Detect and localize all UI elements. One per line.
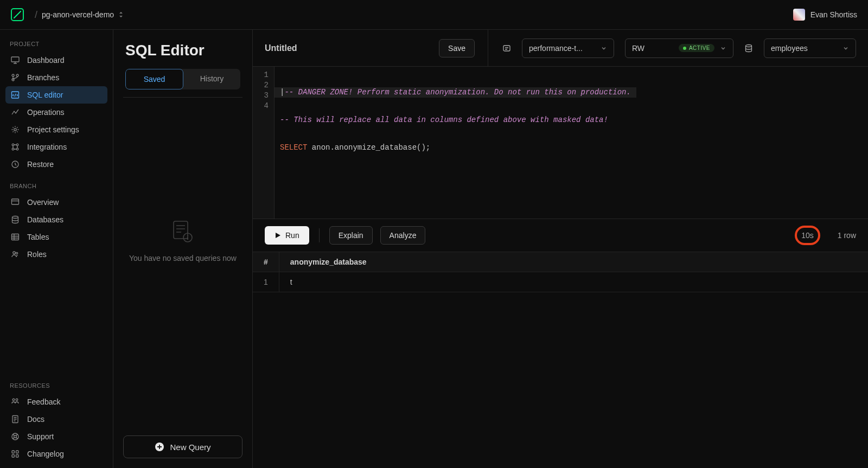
sidebar-item-roles[interactable]: Roles (5, 246, 107, 263)
code-area[interactable]: |-- DANGER ZONE! Perform static anonymiz… (275, 67, 636, 219)
sidebar-item-project-settings[interactable]: Project settings (5, 121, 107, 138)
overview-icon (11, 198, 20, 207)
sidebar-item-branches[interactable]: Branches (5, 69, 107, 86)
empty-icon (169, 218, 196, 245)
svg-point-17 (16, 399, 18, 401)
sidebar-item-label: Integrations (27, 143, 67, 151)
tab-saved[interactable]: Saved (125, 69, 183, 89)
query-timing: 10s (795, 226, 820, 245)
queries-panel: SQL Editor Saved History You have no sav… (113, 30, 253, 468)
project-name[interactable]: pg-anon-vercel-demo (42, 10, 114, 19)
explain-button[interactable]: Explain (329, 226, 373, 245)
branch-icon (11, 73, 20, 82)
play-icon (275, 232, 281, 239)
sidebar-item-label: Changelog (27, 450, 64, 458)
svg-point-16 (12, 399, 15, 401)
roles-icon (11, 250, 20, 259)
section-label-branch: BRANCH (10, 183, 107, 189)
svg-point-1 (12, 74, 14, 76)
code-icon (11, 91, 20, 99)
status-badge: ACTIVE (679, 44, 714, 52)
file-title: Untitled (265, 43, 297, 53)
branch-selected: performance-t... (529, 44, 595, 53)
svg-point-19 (12, 433, 18, 440)
svg-point-2 (16, 74, 18, 76)
database-icon (11, 215, 20, 224)
row-count: 1 row (838, 231, 856, 240)
svg-rect-23 (12, 455, 15, 458)
editor-header: Untitled Save performance-t... RW ACTIVE (253, 30, 868, 67)
sidebar-item-changelog[interactable]: Changelog (5, 445, 107, 463)
new-query-button[interactable]: New Query (123, 435, 242, 458)
save-button[interactable]: Save (439, 39, 475, 57)
database-icon (744, 44, 753, 53)
mode-dropdown[interactable]: RW ACTIVE (625, 39, 733, 58)
svg-point-9 (16, 148, 18, 150)
operations-icon (11, 108, 20, 117)
branch-dropdown[interactable]: performance-t... (522, 39, 614, 58)
svg-rect-25 (174, 221, 188, 239)
table-icon (11, 233, 20, 241)
svg-rect-11 (12, 199, 19, 204)
username: Evan Shortiss (810, 10, 857, 19)
svg-rect-21 (12, 451, 15, 453)
analyze-button[interactable]: Analyze (380, 226, 426, 245)
section-label-project: PROJECT (10, 41, 107, 47)
sidebar-item-databases[interactable]: Databases (5, 211, 107, 228)
sidebar-item-label: Branches (27, 73, 59, 82)
sidebar-item-dashboard[interactable]: Dashboard (5, 52, 107, 69)
gear-icon (11, 125, 20, 134)
results-table: # anonymize_database 1 t (253, 252, 868, 468)
svg-rect-28 (503, 46, 510, 51)
monitor-icon (11, 56, 20, 65)
branch-icon (502, 44, 511, 53)
tab-history[interactable]: History (183, 69, 240, 89)
sidebar-item-label: Operations (27, 108, 64, 117)
avatar[interactable] (793, 9, 805, 21)
project-switch-icon[interactable] (118, 11, 124, 18)
database-dropdown[interactable]: employees (764, 39, 856, 58)
sidebar-item-sql-editor[interactable]: SQL editor (5, 86, 107, 104)
chevron-down-icon (601, 45, 607, 52)
table-row: 1 t (253, 272, 868, 292)
panel-title: SQL Editor (113, 30, 252, 69)
svg-rect-24 (16, 455, 19, 458)
sidebar: PROJECT Dashboard Branches SQL editor Op… (0, 30, 113, 468)
run-button[interactable]: Run (265, 226, 309, 245)
svg-point-15 (16, 252, 17, 254)
code-editor[interactable]: 1234 |-- DANGER ZONE! Perform static ano… (253, 67, 868, 219)
section-label-resources: RESOURCES (10, 382, 107, 389)
sidebar-item-label: Roles (27, 250, 47, 259)
sidebar-item-integrations[interactable]: Integrations (5, 138, 107, 156)
changelog-icon (11, 450, 20, 458)
main: Untitled Save performance-t... RW ACTIVE (253, 30, 868, 468)
run-label: Run (285, 231, 299, 240)
chevron-down-icon (720, 45, 726, 52)
restore-icon (11, 160, 20, 169)
database-selected: employees (771, 44, 808, 53)
sidebar-item-tables[interactable]: Tables (5, 228, 107, 246)
cell-index: 1 (253, 272, 279, 292)
svg-rect-22 (16, 451, 19, 453)
svg-point-12 (12, 216, 18, 219)
svg-point-29 (746, 44, 752, 47)
sidebar-item-label: Tables (27, 233, 49, 241)
col-header: anonymize_database (279, 252, 868, 272)
mode-label: RW (632, 44, 644, 53)
sidebar-item-overview[interactable]: Overview (5, 194, 107, 211)
sidebar-item-restore[interactable]: Restore (5, 156, 107, 173)
queries-tabs: Saved History (125, 69, 240, 89)
new-query-label: New Query (170, 443, 210, 452)
chevron-down-icon (843, 45, 849, 52)
sidebar-item-label: Restore (27, 160, 54, 169)
sidebar-item-feedback[interactable]: Feedback (5, 393, 107, 411)
docs-icon (11, 415, 20, 424)
sidebar-item-label: Support (27, 432, 54, 441)
sidebar-item-operations[interactable]: Operations (5, 104, 107, 121)
plus-circle-icon (155, 442, 164, 452)
sidebar-item-label: Docs (27, 415, 44, 424)
sidebar-item-support[interactable]: Support (5, 428, 107, 445)
neon-logo[interactable] (11, 8, 24, 21)
empty-state: You have no saved queries now (113, 98, 252, 426)
sidebar-item-docs[interactable]: Docs (5, 411, 107, 428)
